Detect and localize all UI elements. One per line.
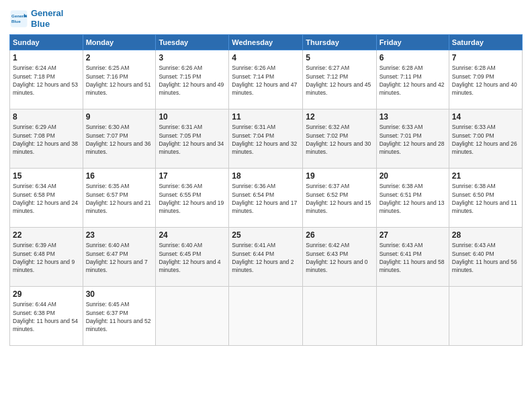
day-info: Sunrise: 6:40 AMSunset: 6:45 PMDaylight:… [159,242,220,273]
calendar-cell: 27 Sunrise: 6:43 AMSunset: 6:41 PMDaylig… [376,228,449,287]
day-info: Sunrise: 6:40 AMSunset: 6:47 PMDaylight:… [86,242,148,273]
calendar-header: SundayMondayTuesdayWednesdayThursdayFrid… [10,35,523,50]
calendar-cell: 3 Sunrise: 6:26 AMSunset: 7:15 PMDayligh… [156,50,229,109]
day-number: 11 [232,112,300,122]
day-info: Sunrise: 6:33 AMSunset: 7:01 PMDaylight:… [380,124,445,155]
day-info: Sunrise: 6:35 AMSunset: 6:57 PMDaylight:… [86,183,151,214]
day-info: Sunrise: 6:41 AMSunset: 6:44 PMDaylight:… [232,242,294,273]
logo: General Blue GeneralBlue [9,8,63,29]
day-number: 29 [13,289,80,299]
day-number: 25 [232,230,300,240]
day-info: Sunrise: 6:25 AMSunset: 7:16 PMDaylight:… [86,64,151,96]
calendar-cell: 21 Sunrise: 6:38 AMSunset: 6:50 PMDaylig… [449,169,522,228]
calendar-cell: 14 Sunrise: 6:33 AMSunset: 7:00 PMDaylig… [449,109,522,169]
day-number: 28 [452,230,519,240]
calendar-page: General Blue GeneralBlue SundayMondayTue… [0,0,532,411]
weekday-header: Saturday [449,35,522,50]
calendar-body: 1 Sunrise: 6:24 AMSunset: 7:18 PMDayligh… [10,50,523,346]
day-number: 23 [86,230,153,240]
calendar-cell [376,287,449,346]
svg-text:Blue: Blue [11,19,21,24]
day-info: Sunrise: 6:26 AMSunset: 7:15 PMDaylight:… [159,64,224,96]
weekday-header: Monday [83,35,156,50]
day-number: 2 [86,53,153,62]
calendar-cell [303,287,376,346]
calendar-cell: 25 Sunrise: 6:41 AMSunset: 6:44 PMDaylig… [229,228,303,287]
day-number: 4 [232,53,300,62]
calendar-cell: 12 Sunrise: 6:32 AMSunset: 7:02 PMDaylig… [303,109,376,169]
day-info: Sunrise: 6:36 AMSunset: 6:55 PMDaylight:… [159,183,224,214]
calendar-cell: 1 Sunrise: 6:24 AMSunset: 7:18 PMDayligh… [10,50,83,109]
calendar-cell: 26 Sunrise: 6:42 AMSunset: 6:43 PMDaylig… [303,228,376,287]
day-info: Sunrise: 6:33 AMSunset: 7:00 PMDaylight:… [452,124,517,155]
weekday-row: SundayMondayTuesdayWednesdayThursdayFrid… [10,35,523,50]
calendar-week-row: 15 Sunrise: 6:34 AMSunset: 6:58 PMDaylig… [10,169,523,228]
day-info: Sunrise: 6:26 AMSunset: 7:14 PMDaylight:… [232,64,297,96]
day-number: 24 [159,230,226,240]
weekday-header: Tuesday [156,35,229,50]
calendar-cell: 6 Sunrise: 6:28 AMSunset: 7:11 PMDayligh… [376,50,449,109]
day-number: 16 [86,171,153,181]
calendar-cell: 28 Sunrise: 6:43 AMSunset: 6:40 PMDaylig… [449,228,522,287]
calendar-cell: 22 Sunrise: 6:39 AMSunset: 6:48 PMDaylig… [10,228,83,287]
day-number: 9 [86,112,153,122]
calendar-cell: 29 Sunrise: 6:44 AMSunset: 6:38 PMDaylig… [10,287,83,346]
day-number: 12 [306,112,373,122]
day-number: 5 [306,53,373,62]
calendar-cell: 18 Sunrise: 6:36 AMSunset: 6:54 PMDaylig… [229,169,303,228]
calendar-cell: 24 Sunrise: 6:40 AMSunset: 6:45 PMDaylig… [156,228,229,287]
calendar-week-row: 22 Sunrise: 6:39 AMSunset: 6:48 PMDaylig… [10,228,523,287]
calendar-cell: 30 Sunrise: 6:45 AMSunset: 6:37 PMDaylig… [83,287,156,346]
day-info: Sunrise: 6:38 AMSunset: 6:51 PMDaylight:… [380,183,445,214]
day-info: Sunrise: 6:43 AMSunset: 6:40 PMDaylight:… [452,242,517,273]
day-info: Sunrise: 6:42 AMSunset: 6:43 PMDaylight:… [306,242,367,273]
day-info: Sunrise: 6:28 AMSunset: 7:09 PMDaylight:… [452,64,517,96]
calendar-cell: 9 Sunrise: 6:30 AMSunset: 7:07 PMDayligh… [83,109,156,169]
weekday-header: Sunday [10,35,83,50]
calendar-cell: 17 Sunrise: 6:36 AMSunset: 6:55 PMDaylig… [156,169,229,228]
calendar-cell: 8 Sunrise: 6:29 AMSunset: 7:08 PMDayligh… [10,109,83,169]
calendar-cell: 10 Sunrise: 6:31 AMSunset: 7:05 PMDaylig… [156,109,229,169]
page-header: General Blue GeneralBlue [9,8,523,29]
day-number: 13 [380,112,446,122]
day-info: Sunrise: 6:29 AMSunset: 7:08 PMDaylight:… [13,124,78,155]
day-number: 27 [380,230,446,240]
day-info: Sunrise: 6:32 AMSunset: 7:02 PMDaylight:… [306,124,371,155]
day-info: Sunrise: 6:38 AMSunset: 6:50 PMDaylight:… [452,183,517,214]
calendar-table: SundayMondayTuesdayWednesdayThursdayFrid… [9,34,523,346]
calendar-cell: 23 Sunrise: 6:40 AMSunset: 6:47 PMDaylig… [83,228,156,287]
calendar-week-row: 29 Sunrise: 6:44 AMSunset: 6:38 PMDaylig… [10,287,523,346]
day-info: Sunrise: 6:37 AMSunset: 6:52 PMDaylight:… [306,183,371,214]
calendar-cell [156,287,229,346]
day-number: 21 [452,171,519,181]
day-number: 14 [452,112,519,122]
day-number: 22 [13,230,80,240]
day-number: 20 [380,171,446,181]
calendar-cell: 7 Sunrise: 6:28 AMSunset: 7:09 PMDayligh… [449,50,522,109]
day-number: 19 [306,171,373,181]
day-info: Sunrise: 6:43 AMSunset: 6:41 PMDaylight:… [380,242,445,273]
day-number: 8 [13,112,80,122]
calendar-week-row: 1 Sunrise: 6:24 AMSunset: 7:18 PMDayligh… [10,50,523,109]
day-number: 30 [86,289,153,299]
weekday-header: Wednesday [229,35,303,50]
logo-icon: General Blue [9,9,28,28]
day-info: Sunrise: 6:24 AMSunset: 7:18 PMDaylight:… [13,64,78,96]
day-number: 1 [13,53,80,62]
day-info: Sunrise: 6:30 AMSunset: 7:07 PMDaylight:… [86,124,151,155]
day-info: Sunrise: 6:39 AMSunset: 6:48 PMDaylight:… [13,242,75,273]
day-number: 3 [159,53,226,62]
calendar-week-row: 8 Sunrise: 6:29 AMSunset: 7:08 PMDayligh… [10,109,523,169]
day-number: 7 [452,53,519,62]
day-info: Sunrise: 6:28 AMSunset: 7:11 PMDaylight:… [380,64,445,96]
calendar-cell: 20 Sunrise: 6:38 AMSunset: 6:51 PMDaylig… [376,169,449,228]
day-number: 6 [380,53,446,62]
calendar-cell: 11 Sunrise: 6:31 AMSunset: 7:04 PMDaylig… [229,109,303,169]
calendar-cell: 2 Sunrise: 6:25 AMSunset: 7:16 PMDayligh… [83,50,156,109]
day-number: 18 [232,171,300,181]
day-number: 17 [159,171,226,181]
calendar-cell: 13 Sunrise: 6:33 AMSunset: 7:01 PMDaylig… [376,109,449,169]
day-info: Sunrise: 6:34 AMSunset: 6:58 PMDaylight:… [13,183,78,214]
logo-text: GeneralBlue [31,8,63,29]
calendar-cell: 16 Sunrise: 6:35 AMSunset: 6:57 PMDaylig… [83,169,156,228]
